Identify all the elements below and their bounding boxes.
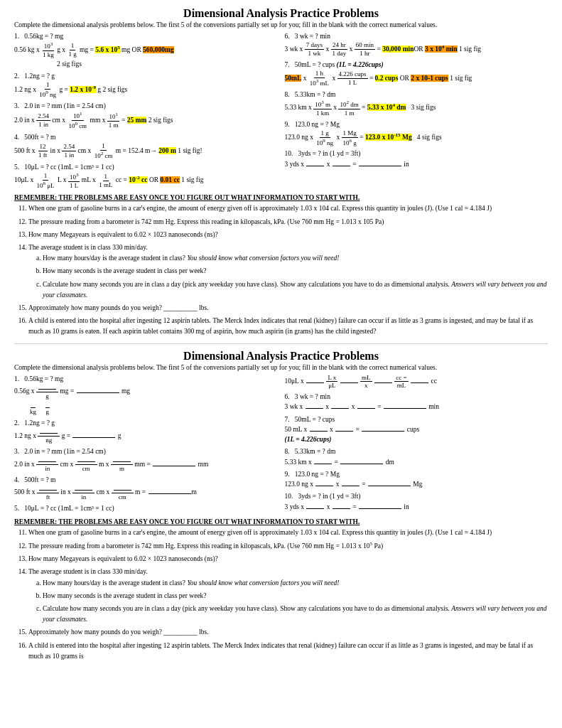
bp8-num: 8. 5.33km = ? dm [285,448,336,455]
wp-11: When one gram of gasoline burns in a car… [28,203,548,214]
bp7-work: 50 mL x x = cups [285,426,420,433]
remember-box-2: REMEMBER: THE PROBLEMS ARE EASY ONCE YOU… [14,518,548,525]
blank-p7: 7. 50mL = ? cups 50 mL x x = cups (1L = … [285,414,549,445]
bp3-num: 3. 2.0 in = ? mm (1in = 2.54 cm) [14,448,106,455]
problem-7: 7. 50mL = ? cups (1L = 4.226cups) 50mL x… [285,60,549,87]
bp6-work: 3 wk x x x = min [285,403,440,410]
wp-15: Approximately how many pounds do you wei… [28,303,548,314]
blank-p9: 9. 123.0 ng = ? Mg 123.0 ng x x = Mg [285,469,549,490]
bp8-work: 5.33 km x = dm [285,459,394,466]
blank-p1: 1. 0.56kg = ? mg 0.56g x g mg = mg kg g [14,374,278,416]
bp7-note: (1L = 4.226cups) [285,436,332,443]
bp9-work: 123.0 ng x x = Mg [285,481,423,488]
intro-text-2: Complete the dimensional analysis proble… [14,364,548,371]
p5-work: 10μL x 1106 μL L x 1031 L mL x 11 mL cc … [14,176,203,183]
p1-sigfigs: 2 sig figs [57,60,82,68]
p3-work: 2.0 in x 2.541 in cm x 101100 cm mm x 10… [14,117,173,124]
wp-16: A child is entered into the hospital aft… [28,316,548,337]
page-title: Dimensional Analysis Practice Problems [14,7,548,20]
bp4-work: 500 ft x ft in x in cm x cm m = m [14,488,197,496]
section-divider [14,343,548,344]
intro-text: Complete the dimensional analysis proble… [14,21,548,28]
blank-p8: 8. 5.33km = ? dm 5.33 km x = dm [285,446,549,467]
bp9-num: 9. 123.0 ng = ? Mg [285,471,340,478]
wp2-15: Approximately how many pounds do you wei… [28,627,548,638]
p10-work: 3 yds x x = in [285,161,409,168]
problem-2: 2. 1.2ng = ? g 1.2 ng x 1109 ng g = 1.2 … [14,71,278,99]
bp10-work: 3 yds x x = in [285,503,409,510]
problem-3: 3. 2.0 in = ? mm (1in = 2.54 cm) 2.0 in … [14,101,278,130]
bp5-num: 5. 10μL = ? cc (1mL = 1cm³ = 1 cc) [14,505,114,512]
p7-label: 7. 50mL = ? cups (1L = 4.226cups) [285,61,384,68]
bp7-num: 7. 50mL = ? cups [285,416,335,423]
wp-14: The average student is in class 330 min/… [28,242,548,301]
p4-work: 500 ft x 121 ft in x 2.541 in cm x 1102 … [14,147,202,154]
bp1-line2: kg g [28,404,50,411]
wp2-12: The pressure reading from a barometer is… [28,540,548,552]
wp2-14: The average student is in class 330 min/… [28,567,548,625]
bp2-work: 1.2 ng x ng g = g [14,432,121,439]
wp-14c: Calculate how many seconds you are in cl… [43,279,548,301]
blank-p4: 4. 500ft = ? m 500 ft x ft in x in cm x … [14,475,278,501]
problem-9: 9. 123.0 ng = ? Mg 123.0 ng x 1 g109 ng … [285,119,549,147]
blank-left-col: 1. 0.56kg = ? mg 0.56g x g mg = mg kg g … [14,374,278,515]
bpr-10ul: 10μL x L xμL mLx cc =mL cc [285,378,437,385]
problem-1: 1. 0.56kg = ? mg 0.56 kg x 1031 kg g x 1… [14,31,278,69]
wp2-14c: Calculate how many seconds you are in cl… [43,604,548,625]
blank-p3: 3. 2.0 in = ? mm (1in = 2.54 cm) 2.0 in … [14,446,278,473]
p9-label: 9. 123.0 ng = ? Mg [285,121,340,128]
p10-label: 10. 3yds = ? in (1 yd = 3ft) [285,150,361,157]
p2-work: 1.2 ng x 1109 ng g = 1.2 x 10-9 g 2 sig … [14,86,127,93]
p6-work: 3 wk x 7 days1 wk x 24 hr1 day x 60 min1… [285,46,482,53]
bp3-work: 2.0 in x in cm x cm m x m mm = mm [14,461,208,468]
page-title-2: Dimensional Analysis Practice Problems [14,350,548,363]
wp2-13: How many Megayears is equivalent to 6.02… [28,554,548,564]
problem-5: 5. 10μL = ? cc (1mL = 1cm³ = 1 cc) 10μL … [14,162,278,190]
wp-12: The pressure reading from a barometer is… [28,217,548,228]
bp1-work: 0.56g x g mg = mg [14,387,130,395]
problems-grid-blank: 1. 0.56kg = ? mg 0.56g x g mg = mg kg g … [14,374,548,515]
wp-14a: How many hours/day is the average studen… [43,253,548,264]
problem-8: 8. 5.33km = ? dm 5.33 km x 103 m1 km x 1… [285,90,549,117]
right-column: 6. 3 wk = ? min 3 wk x 7 days1 wk x 24 h… [285,31,549,191]
p1-label: 1. 0.56kg = ? mg [14,33,63,40]
p9-work: 123.0 ng x 1 g109 ng x 1 Mg106 g = 123.0… [285,134,442,141]
left-column: 1. 0.56kg = ? mg 0.56 kg x 1031 kg g x 1… [14,31,278,191]
wp2-16: A child is entered into the hospital aft… [28,641,548,662]
blank-p6: 6. 3 wk = ? min 3 wk x x x = min [285,392,549,412]
problem-4: 4. 500ft = ? m 500 ft x 121 ft in x 2.54… [14,132,278,160]
blank-right-col: 10μL x L xμL mLx cc =mL cc 6. 3 wk = ? m… [285,374,549,515]
p2-label: 2. 1.2ng = ? g [14,73,55,80]
problems-grid-answered: 1. 0.56kg = ? mg 0.56 kg x 1031 kg g x 1… [14,31,548,191]
problem-10: 10. 3yds = ? in (1 yd = 3ft) 3 yds x x =… [285,149,549,169]
bp6-num: 6. 3 wk = ? min [285,393,330,400]
p4-label: 4. 500ft = ? m [14,134,55,141]
bp10-num: 10. 3yds = ? in (1 yd = 3ft) [285,493,361,500]
bp2-num: 2. 1.2ng = ? g [14,419,55,427]
wp-13: How many Megayears is equivalent to 6.02… [28,230,548,240]
blank-p2: 2. 1.2ng = ? g 1.2 ng x ng g = g [14,418,278,444]
p7-work: 50mL x 1 h103 mL x 4.226 cups1 L = 0.2 c… [285,75,472,82]
bp1-num: 1. 0.56kg = ? mg [14,375,63,382]
p5-label: 5. 10μL = ? cc (1mL = 1cm³ = 1 cc) [14,164,114,171]
blank-p10: 10. 3yds = ? in (1 yd = 3ft) 3 yds x x =… [285,491,549,512]
page-section-2: Dimensional Analysis Practice Problems C… [14,350,548,662]
blank-p5: 5. 10μL = ? cc (1mL = 1cm³ = 1 cc) [14,503,278,513]
word-problems-1: When one gram of gasoline burns in a car… [14,203,548,337]
p8-work: 5.33 km x 103 m1 km x 102 dm1 m = 5.33 x… [285,104,436,111]
p6-label: 6. 3 wk = ? min [285,33,330,40]
word-problems-2: When one gram of gasoline burns in a car… [14,528,548,662]
page-section-1: Dimensional Analysis Practice Problems C… [14,7,548,338]
p1-work: 0.56 kg x 1031 kg g x 11 g mg = 5.6 x 10… [14,46,174,53]
blank-p10ul: 10μL x L xμL mLx cc =mL cc [285,374,549,390]
wp2-14b: How many seconds is the average student … [43,591,548,601]
p3-label: 3. 2.0 in = ? mm (1in = 2.54 cm) [14,102,106,109]
bp4-num: 4. 500ft = ? m [14,476,55,483]
problem-6: 6. 3 wk = ? min 3 wk x 7 days1 wk x 24 h… [285,31,549,58]
wp2-11: When one gram of gasoline burns in a car… [28,528,548,538]
remember-box-1: REMEMBER: THE PROBLEMS ARE EASY ONCE YOU… [14,194,548,201]
wp-14b: How many seconds is the average student … [43,266,548,277]
p8-label: 8. 5.33km = ? dm [285,91,336,98]
wp2-14a: How many hours/day is the average studen… [43,578,548,589]
